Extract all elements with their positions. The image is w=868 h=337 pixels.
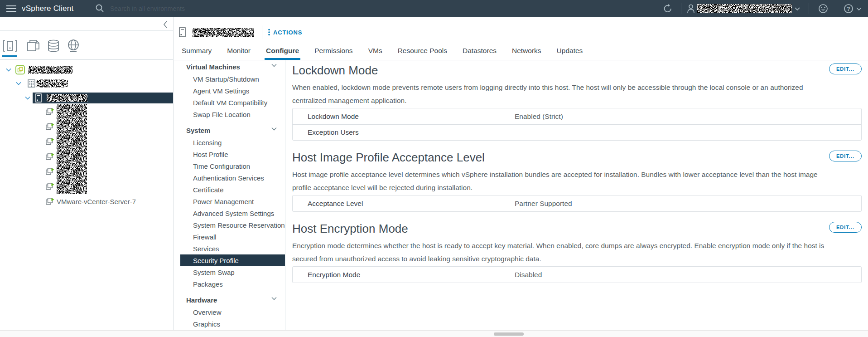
acceptance-level-table: Acceptance Level Partner Supported xyxy=(292,195,862,212)
table-row: Exception Users xyxy=(293,124,861,140)
host-icon xyxy=(35,93,42,103)
tab-datastores[interactable]: Datastores xyxy=(461,43,498,60)
vm-powered-on-icon xyxy=(46,152,54,160)
nav-section-system[interactable]: System xyxy=(174,124,285,137)
nav-section-virtual-machines[interactable]: Virtual Machines xyxy=(174,60,285,73)
inventory-tree: VMware-vCenter-Server-7 xyxy=(0,60,173,209)
expand-chevron-icon[interactable] xyxy=(16,82,21,85)
tree-item-host-selected[interactable] xyxy=(0,92,173,104)
tab-monitor[interactable]: Monitor xyxy=(226,43,252,60)
hosts-and-clusters-icon[interactable] xyxy=(2,38,18,54)
nav-section-label: Hardware xyxy=(186,296,217,304)
vm-powered-on-icon xyxy=(46,197,54,205)
expand-chevron-icon[interactable] xyxy=(25,96,30,100)
nav-item-host-profile[interactable]: Host Profile xyxy=(174,148,285,160)
security-profile-content: Lockdown Mode EDIT... When enabled, lock… xyxy=(292,60,862,330)
tree-item-vm-vcenter-server[interactable]: VMware-vCenter-Server-7 xyxy=(0,194,173,209)
nav-item-system-swap[interactable]: System Swap xyxy=(174,266,285,278)
nav-item-advanced-system-settings[interactable]: Advanced System Settings xyxy=(174,207,285,219)
section-title: Host Image Profile Acceptance Level xyxy=(292,150,862,165)
table-row: Encryption Mode Disabled xyxy=(293,267,861,283)
datacenter-icon xyxy=(28,79,35,88)
edit-lockdown-mode-button[interactable]: EDIT... xyxy=(829,63,862,74)
horizontal-scrollbar-thumb[interactable] xyxy=(494,332,524,336)
edit-encryption-mode-button[interactable]: EDIT... xyxy=(829,222,862,233)
vm-powered-on-icon xyxy=(46,182,54,190)
help-menu[interactable]: ? xyxy=(844,4,863,14)
help-icon: ? xyxy=(844,4,854,14)
search-icon[interactable] xyxy=(95,4,104,13)
nav-item-power-management[interactable]: Power Management xyxy=(174,195,285,207)
nav-section-hardware[interactable]: Hardware xyxy=(174,293,285,306)
host-name-redacted xyxy=(47,94,87,102)
nav-item-security-profile-selected[interactable]: Security Profile xyxy=(180,254,285,266)
nav-item-authentication-services[interactable]: Authentication Services xyxy=(174,172,285,184)
object-header: ACTIONS xyxy=(174,17,868,43)
tab-configure[interactable]: Configure xyxy=(265,43,300,60)
row-label: Lockdown Mode xyxy=(293,112,515,121)
horizontal-scrollbar-track[interactable] xyxy=(0,330,868,337)
tab-summary[interactable]: Summary xyxy=(180,43,213,60)
vm-powered-on-icon xyxy=(46,107,54,115)
nav-item-swap-file-location[interactable]: Swap File Location xyxy=(174,108,285,120)
section-lockdown-mode: Lockdown Mode EDIT... When enabled, lock… xyxy=(292,63,862,141)
table-row: Acceptance Level Partner Supported xyxy=(293,195,861,211)
nav-item-graphics[interactable]: Graphics xyxy=(174,318,285,330)
vcenter-name-redacted xyxy=(28,66,72,74)
nav-item-system-resource-reservation[interactable]: System Resource Reservation xyxy=(174,219,285,231)
tree-item-vm[interactable] xyxy=(0,164,173,179)
section-title: Host Encryption Mode xyxy=(292,221,862,236)
storage-icon[interactable] xyxy=(45,38,62,54)
encryption-mode-table: Encryption Mode Disabled xyxy=(292,266,862,283)
user-name-redacted xyxy=(697,4,792,13)
tab-networks[interactable]: Networks xyxy=(511,43,543,60)
nav-item-services[interactable]: Services xyxy=(174,243,285,254)
object-name-redacted xyxy=(193,28,254,37)
tree-item-vm[interactable] xyxy=(0,104,173,119)
configure-nav: Virtual Machines VM Startup/Shutdown Age… xyxy=(174,60,285,330)
section-host-encryption-mode: Host Encryption Mode EDIT... Encryption … xyxy=(292,221,862,283)
tab-vms[interactable]: VMs xyxy=(367,43,384,60)
vms-and-templates-icon[interactable] xyxy=(25,38,42,54)
nav-item-agent-vm-settings[interactable]: Agent VM Settings xyxy=(174,85,285,97)
tree-item-vm[interactable] xyxy=(0,149,173,164)
refresh-icon[interactable] xyxy=(663,4,673,14)
row-value: Partner Supported xyxy=(515,200,861,208)
section-host-image-profile: Host Image Profile Acceptance Level EDIT… xyxy=(292,150,862,212)
vm-name-redacted xyxy=(57,179,87,194)
actions-menu[interactable]: ACTIONS xyxy=(268,29,302,36)
nav-item-vm-startup-shutdown[interactable]: VM Startup/Shutdown xyxy=(174,73,285,85)
nav-item-time-configuration[interactable]: Time Configuration xyxy=(174,160,285,172)
tab-updates[interactable]: Updates xyxy=(555,43,584,60)
nav-item-certificate[interactable]: Certificate xyxy=(174,184,285,195)
tree-item-vm[interactable] xyxy=(0,179,173,194)
nav-item-packages[interactable]: Packages xyxy=(174,278,285,290)
sidebar-collapse-bar xyxy=(0,17,173,31)
vertical-dots-icon xyxy=(268,29,270,36)
collapse-sidebar-icon[interactable] xyxy=(163,21,168,28)
user-menu[interactable] xyxy=(687,3,801,14)
hamburger-menu-icon[interactable] xyxy=(6,5,16,12)
search-input[interactable]: Search in all environments xyxy=(110,5,185,12)
nav-item-overview[interactable]: Overview xyxy=(174,306,285,318)
app-title: vSphere Client xyxy=(22,4,73,13)
feedback-smiley-icon[interactable] xyxy=(818,4,828,14)
tab-permissions[interactable]: Permissions xyxy=(313,43,354,60)
datacenter-name-redacted xyxy=(36,80,68,88)
app-header: vSphere Client Search in all environment… xyxy=(0,0,868,17)
nav-item-licensing[interactable]: Licensing xyxy=(174,137,285,148)
edit-acceptance-level-button[interactable]: EDIT... xyxy=(829,151,862,161)
tree-item-vm[interactable] xyxy=(0,134,173,149)
networking-icon[interactable] xyxy=(65,38,82,54)
topbar-divider xyxy=(681,3,681,14)
inventory-sidebar: VMware-vCenter-Server-7 xyxy=(0,17,174,330)
nav-section-label: Virtual Machines xyxy=(186,63,240,71)
nav-item-default-vm-compatibility[interactable]: Default VM Compatibility xyxy=(174,97,285,108)
expand-chevron-icon[interactable] xyxy=(6,68,11,72)
tree-item-datacenter[interactable] xyxy=(0,77,173,90)
tree-item-vm[interactable] xyxy=(0,119,173,134)
nav-item-firewall[interactable]: Firewall xyxy=(174,231,285,243)
tab-resource-pools[interactable]: Resource Pools xyxy=(396,43,448,60)
header-divider xyxy=(262,25,262,39)
tree-item-vcenter[interactable] xyxy=(0,63,173,77)
